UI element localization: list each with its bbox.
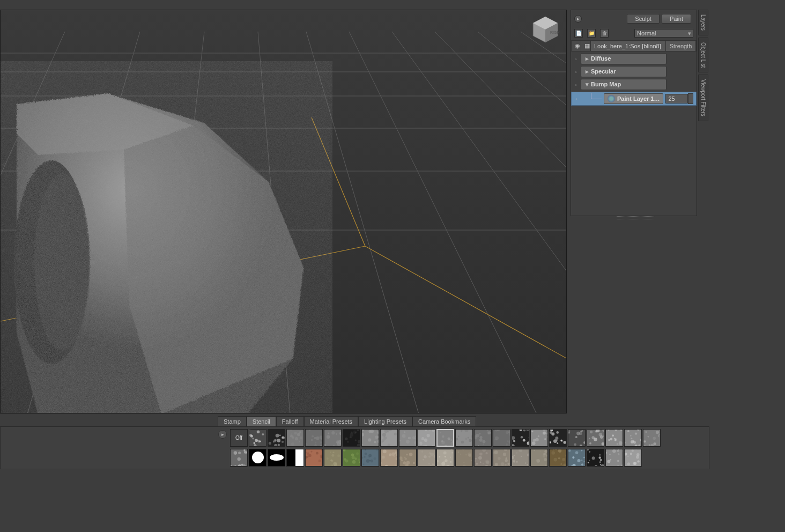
stencil-thumb[interactable] bbox=[512, 429, 529, 447]
svg-point-421 bbox=[450, 457, 451, 458]
stencil-tab[interactable]: Stencil bbox=[247, 416, 276, 426]
stencil-thumb[interactable] bbox=[474, 429, 492, 447]
stencil-thumb[interactable] bbox=[399, 449, 417, 467]
channel-visibility-icon[interactable]: ◦ bbox=[571, 69, 581, 75]
stencil-thumb[interactable] bbox=[605, 429, 623, 447]
svg-point-66 bbox=[320, 441, 322, 444]
stencil-thumb[interactable] bbox=[268, 449, 285, 467]
svg-point-55 bbox=[299, 441, 300, 442]
stamp-tab[interactable]: Stamp bbox=[218, 416, 247, 426]
layer-strength-slider[interactable] bbox=[688, 93, 693, 104]
stencil-thumb[interactable] bbox=[530, 449, 548, 467]
stencil-thumb[interactable] bbox=[418, 449, 435, 467]
panel-resize-handle[interactable] bbox=[617, 216, 654, 219]
stencil-thumb[interactable] bbox=[324, 429, 342, 447]
delete-layer-icon[interactable]: 🗑 bbox=[600, 29, 609, 38]
sculpt-tab[interactable]: Sculpt bbox=[627, 14, 660, 24]
stencil-thumb[interactable] bbox=[493, 449, 510, 467]
svg-point-401 bbox=[413, 462, 415, 464]
tray-collapse-icon[interactable]: ▸ bbox=[218, 430, 227, 439]
falloff-tab[interactable]: Falloff bbox=[276, 416, 304, 426]
stencil-thumb[interactable] bbox=[249, 449, 266, 467]
layer-visibility-icon[interactable]: ◦ bbox=[572, 95, 581, 102]
stencil-thumb[interactable] bbox=[530, 429, 548, 447]
stencil-thumb[interactable] bbox=[549, 449, 567, 467]
stencil-thumb[interactable] bbox=[568, 449, 586, 467]
bump-channel[interactable]: ▾Bump Map bbox=[581, 79, 666, 90]
object-list-side-tab[interactable]: Object List bbox=[698, 38, 708, 72]
stencil-thumb[interactable] bbox=[399, 429, 417, 447]
stencil-thumb[interactable] bbox=[380, 429, 398, 447]
camera-bookmarks-tab[interactable]: Camera Bookmarks bbox=[412, 416, 476, 426]
new-folder-icon[interactable]: 📁 bbox=[587, 29, 596, 38]
stencil-thumb[interactable] bbox=[361, 429, 379, 447]
stencil-thumb[interactable] bbox=[587, 429, 604, 447]
stencil-thumb[interactable] bbox=[455, 449, 473, 467]
stencil-thumb[interactable] bbox=[549, 429, 567, 447]
stencil-thumb[interactable] bbox=[343, 429, 360, 447]
stencil-thumb[interactable] bbox=[605, 449, 623, 467]
visibility-toggle[interactable]: ◉ bbox=[572, 41, 581, 51]
stencil-thumb[interactable] bbox=[361, 449, 379, 467]
lighting-presets-tab[interactable]: Lighting Presets bbox=[358, 416, 412, 426]
stencil-thumb[interactable] bbox=[643, 429, 661, 447]
channel-visibility-icon[interactable]: ◦ bbox=[571, 82, 581, 88]
stencil-thumb[interactable] bbox=[249, 429, 266, 447]
stencil-thumb[interactable] bbox=[324, 449, 342, 467]
svg-point-85 bbox=[334, 445, 335, 446]
svg-point-29 bbox=[260, 441, 261, 442]
svg-point-113 bbox=[368, 438, 371, 441]
svg-point-241 bbox=[553, 439, 557, 443]
svg-point-405 bbox=[403, 461, 406, 464]
viewcube[interactable]: RIGHT bbox=[531, 14, 560, 43]
svg-point-41 bbox=[273, 439, 276, 442]
stencil-thumb[interactable] bbox=[380, 449, 398, 467]
channel-visibility-icon[interactable]: ◦ bbox=[571, 56, 581, 62]
layers-side-tab[interactable]: Layers bbox=[698, 10, 708, 35]
svg-point-518 bbox=[568, 449, 571, 452]
stencil-thumb[interactable] bbox=[624, 429, 642, 447]
stencil-thumb[interactable] bbox=[305, 429, 323, 447]
svg-point-129 bbox=[406, 440, 410, 444]
specular-channel[interactable]: ▸Specular bbox=[581, 66, 666, 77]
new-layer-icon[interactable]: 📄 bbox=[574, 29, 583, 38]
stencil-thumb[interactable] bbox=[455, 429, 473, 447]
stencil-thumb[interactable] bbox=[493, 429, 510, 447]
object-name[interactable]: Look_here_1:Sos [blinn8] bbox=[591, 41, 666, 51]
paint-tab[interactable]: Paint bbox=[662, 14, 691, 24]
viewport-filters-side-tab[interactable]: Viewport Filters bbox=[698, 75, 708, 121]
svg-point-324 bbox=[252, 452, 264, 463]
stencil-thumb[interactable] bbox=[268, 429, 285, 447]
paint-layer-row[interactable]: ◦ Paint Layer 1… 25 bbox=[571, 92, 697, 106]
svg-point-186 bbox=[487, 430, 488, 431]
layer-strength-input[interactable]: 25 bbox=[665, 94, 688, 104]
stencil-thumb[interactable] bbox=[624, 449, 642, 467]
stencil-thumb[interactable] bbox=[286, 429, 304, 447]
stencil-thumb[interactable] bbox=[568, 429, 586, 447]
blend-mode-select[interactable]: Normal bbox=[634, 29, 693, 38]
stencil-thumb[interactable] bbox=[343, 449, 360, 467]
stencil-thumb[interactable] bbox=[436, 429, 454, 447]
svg-rect-284 bbox=[625, 429, 641, 447]
svg-point-255 bbox=[581, 430, 582, 431]
stencil-thumb[interactable] bbox=[305, 449, 323, 467]
svg-point-444 bbox=[468, 453, 471, 456]
stencil-thumb[interactable] bbox=[418, 429, 435, 447]
svg-point-44 bbox=[277, 439, 281, 442]
stencil-thumb[interactable] bbox=[230, 449, 248, 467]
panel-collapse-icon[interactable]: ▸ bbox=[574, 15, 582, 23]
stencil-thumb[interactable] bbox=[474, 449, 492, 467]
stencil-thumb[interactable] bbox=[587, 449, 604, 467]
lock-toggle[interactable]: ▦ bbox=[581, 41, 591, 51]
stencil-off-thumb[interactable]: Off bbox=[230, 429, 248, 447]
stencil-thumb[interactable] bbox=[286, 449, 304, 467]
paint-layer-chip[interactable]: Paint Layer 1… bbox=[604, 93, 663, 104]
svg-point-291 bbox=[638, 445, 640, 446]
svg-point-160 bbox=[450, 439, 452, 441]
stencil-thumb[interactable] bbox=[436, 449, 454, 467]
material-presets-tab[interactable]: Material Presets bbox=[304, 416, 358, 426]
diffuse-channel[interactable]: ▸Diffuse bbox=[581, 53, 666, 64]
stencil-thumb[interactable] bbox=[512, 449, 529, 467]
svg-point-281 bbox=[615, 430, 617, 431]
viewport-3d[interactable]: RIGHT bbox=[0, 10, 567, 413]
